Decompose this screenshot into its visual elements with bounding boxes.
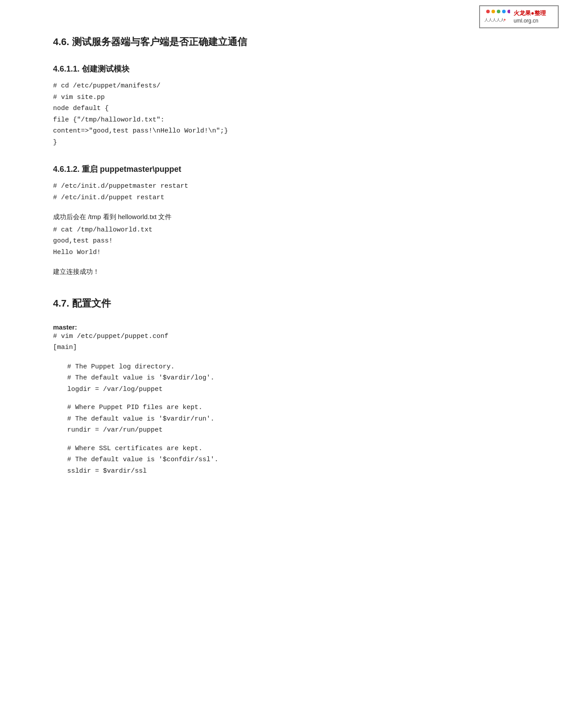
brand-name: 火龙果●整理 — [514, 9, 546, 17]
section-47-title: 4.7. 配置文件 — [53, 297, 511, 313]
subsection-4611-title: 4.6.1.1. 创建测试模块 — [53, 64, 511, 74]
indent-line: logdir = /var/log/puppet — [67, 384, 511, 395]
subsection-4612-code1: # /etc/init.d/puppetmaster restart # /et… — [53, 181, 511, 203]
indent-line: # The default value is '$vardir/run'. — [67, 413, 511, 425]
indent-line: ssldir = $vardir/ssl — [67, 466, 511, 477]
master-label: master: — [53, 323, 511, 331]
indent-line: rundir = /var/run/puppet — [67, 425, 511, 436]
svg-point-1 — [492, 10, 495, 13]
main-content: 4.6. 测试服务器端与客户端是否正确建立通信 4.6.1.1. 创建测试模块 … — [0, 0, 564, 523]
subsection-4612-bold: 重启 puppetmaster\puppet — [82, 165, 181, 174]
indent-line: # The default value is '$confdir/ssl'. — [67, 454, 511, 466]
indent-line: # The default value is '$vardir/log'. — [67, 372, 511, 384]
svg-point-4 — [507, 10, 510, 13]
logo-url: uml.org.cn — [514, 17, 546, 25]
logo-area: 人人人人人 ✦ 火龙果●整理 uml.org.cn — [479, 5, 559, 28]
indent-block-3: # Where SSL certificates are kept.# The … — [67, 443, 511, 477]
logo-icon: 人人人人人 ✦ — [484, 8, 510, 26]
svg-text:✦: ✦ — [503, 18, 507, 22]
logo-text: 火龙果●整理 uml.org.cn — [514, 9, 546, 25]
svg-point-3 — [502, 10, 506, 13]
indent-block-1: # The Puppet log directory.# The default… — [67, 361, 511, 395]
section-47: 4.7. 配置文件 master: # vim /etc/puppet/pupp… — [53, 297, 511, 477]
indent-line: # Where SSL certificates are kept. — [67, 443, 511, 455]
svg-point-2 — [497, 10, 500, 13]
svg-text:人人人人人: 人人人人人 — [484, 18, 504, 22]
section-4611: 4.6.1.1. 创建测试模块 # cd /etc/puppet/manifes… — [53, 64, 511, 148]
indent-line: # Where Puppet PID files are kept. — [67, 402, 511, 413]
svg-point-0 — [486, 10, 490, 13]
block1: # The Puppet log directory.# The default… — [67, 361, 511, 477]
subsection-4612-note1: 成功后会在 /tmp 看到 helloworld.txt 文件 — [53, 211, 511, 223]
subsection-4611-code: # cd /etc/puppet/manifests/ # vim site.p… — [53, 80, 511, 148]
subsection-4612-title: 4.6.1.2. 重启 puppetmaster\puppet — [53, 164, 511, 174]
indent-block-2: # Where Puppet PID files are kept.# The … — [67, 402, 511, 436]
section-46-title: 4.6. 测试服务器端与客户端是否正确建立通信 — [53, 35, 511, 51]
section-46: 4.6. 测试服务器端与客户端是否正确建立通信 4.6.1.1. 创建测试模块 … — [53, 35, 511, 277]
section-47-code1: # vim /etc/puppet/puppet.conf [main] — [53, 331, 511, 353]
indent-line: # The Puppet log directory. — [67, 361, 511, 373]
section-4612: 4.6.1.2. 重启 puppetmaster\puppet # /etc/i… — [53, 164, 511, 277]
subsection-4612-number: 4.6.1.2. — [53, 165, 80, 174]
subsection-4612-code2: # cat /tmp/halloworld.txt good,test pass… — [53, 224, 511, 258]
subsection-4612-note2: 建立连接成功！ — [53, 266, 511, 277]
